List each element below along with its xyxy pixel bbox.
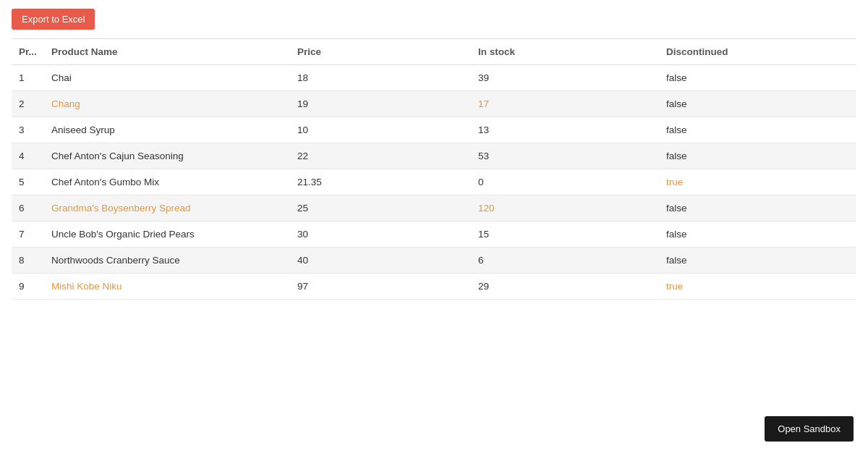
- cell-stock: 13: [471, 117, 659, 143]
- cell-stock: 120: [471, 195, 659, 221]
- cell-price: 22: [290, 143, 471, 169]
- products-table: Pr... Product Name Price In stock Discon…: [12, 38, 856, 300]
- table-row: 6 Grandma's Boysenberry Spread 25 120 fa…: [12, 195, 856, 221]
- cell-discontinued: false: [659, 221, 856, 248]
- table-header: Pr... Product Name Price In stock Discon…: [12, 39, 856, 65]
- cell-id: 8: [12, 248, 44, 274]
- cell-stock: 39: [471, 65, 659, 91]
- cell-price: 19: [290, 91, 471, 117]
- cell-stock: 29: [471, 274, 659, 300]
- open-sandbox-button[interactable]: Open Sandbox: [765, 416, 854, 442]
- table-row: 7 Uncle Bob's Organic Dried Pears 30 15 …: [12, 221, 856, 248]
- cell-id: 7: [12, 221, 44, 248]
- cell-id: 3: [12, 117, 44, 143]
- cell-id: 1: [12, 65, 44, 91]
- cell-name: Uncle Bob's Organic Dried Pears: [44, 221, 290, 248]
- cell-id: 6: [12, 195, 44, 221]
- table-row: 4 Chef Anton's Cajun Seasoning 22 53 fal…: [12, 143, 856, 169]
- cell-id: 2: [12, 91, 44, 117]
- cell-discontinued: true: [659, 274, 856, 300]
- cell-discontinued: false: [659, 248, 856, 274]
- cell-stock: 15: [471, 221, 659, 248]
- cell-name: Chai: [44, 65, 290, 91]
- cell-name: Northwoods Cranberry Sauce: [44, 248, 290, 274]
- table-body: 1 Chai 18 39 false 2 Chang 19 17 false 3…: [12, 65, 856, 300]
- col-header-stock: In stock: [471, 39, 659, 65]
- cell-discontinued: false: [659, 65, 856, 91]
- cell-price: 10: [290, 117, 471, 143]
- col-header-name: Product Name: [44, 39, 290, 65]
- cell-discontinued: false: [659, 91, 856, 117]
- cell-name: Chef Anton's Gumbo Mix: [44, 169, 290, 195]
- table-row: 3 Aniseed Syrup 10 13 false: [12, 117, 856, 143]
- cell-name: Chef Anton's Cajun Seasoning: [44, 143, 290, 169]
- cell-stock: 0: [471, 169, 659, 195]
- table-row: 8 Northwoods Cranberry Sauce 40 6 false: [12, 248, 856, 274]
- cell-discontinued: true: [659, 169, 856, 195]
- toolbar: Export to Excel: [0, 0, 868, 38]
- cell-id: 5: [12, 169, 44, 195]
- cell-name: Aniseed Syrup: [44, 117, 290, 143]
- cell-price: 21.35: [290, 169, 471, 195]
- table-row: 1 Chai 18 39 false: [12, 65, 856, 91]
- cell-name: Mishi Kobe Niku: [44, 274, 290, 300]
- cell-price: 97: [290, 274, 471, 300]
- table-row: 2 Chang 19 17 false: [12, 91, 856, 117]
- cell-price: 18: [290, 65, 471, 91]
- col-header-id: Pr...: [12, 39, 44, 65]
- cell-price: 40: [290, 248, 471, 274]
- cell-discontinued: false: [659, 143, 856, 169]
- cell-name: Grandma's Boysenberry Spread: [44, 195, 290, 221]
- cell-stock: 17: [471, 91, 659, 117]
- cell-price: 25: [290, 195, 471, 221]
- cell-stock: 6: [471, 248, 659, 274]
- cell-id: 4: [12, 143, 44, 169]
- cell-price: 30: [290, 221, 471, 248]
- col-header-discontinued: Discontinued: [659, 39, 856, 65]
- cell-name: Chang: [44, 91, 290, 117]
- cell-id: 9: [12, 274, 44, 300]
- export-button[interactable]: Export to Excel: [12, 9, 95, 30]
- table-container: Pr... Product Name Price In stock Discon…: [0, 38, 868, 300]
- cell-stock: 53: [471, 143, 659, 169]
- cell-discontinued: false: [659, 117, 856, 143]
- table-row: 5 Chef Anton's Gumbo Mix 21.35 0 true: [12, 169, 856, 195]
- table-row: 9 Mishi Kobe Niku 97 29 true: [12, 274, 856, 300]
- col-header-price: Price: [290, 39, 471, 65]
- cell-discontinued: false: [659, 195, 856, 221]
